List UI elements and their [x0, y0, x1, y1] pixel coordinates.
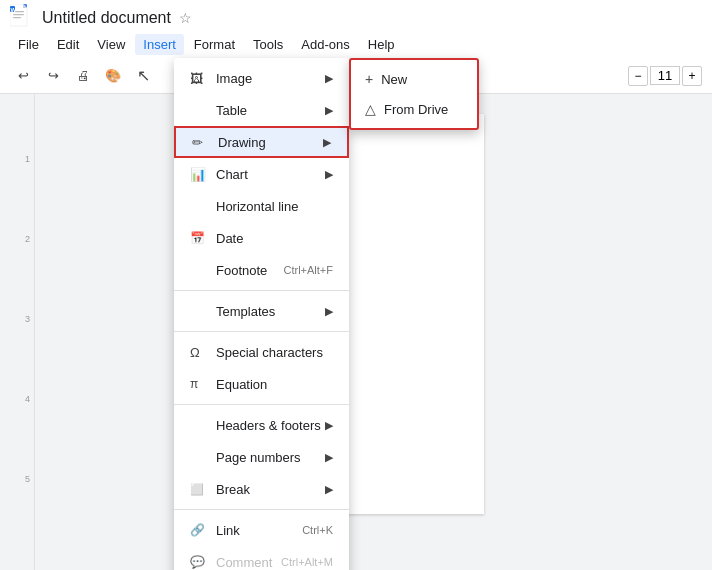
chart-icon: 📊	[190, 167, 208, 182]
ruler-5: 5	[25, 474, 30, 484]
page-numbers-label: Page numbers	[216, 450, 321, 465]
font-size-increase[interactable]: +	[682, 66, 702, 86]
doc-icon: W	[10, 4, 34, 32]
ruler-4: 4	[25, 394, 30, 404]
divider-4	[174, 509, 349, 510]
table-label: Table	[216, 103, 321, 118]
undo-button[interactable]: ↩	[10, 63, 36, 89]
drawing-new-entry[interactable]: + New	[351, 64, 477, 94]
comment-label: Comment	[216, 555, 281, 570]
new-drawing-label: New	[381, 72, 407, 87]
divider-2	[174, 331, 349, 332]
menu-entry-image[interactable]: 🖼 Image ▶	[174, 62, 349, 94]
menu-bar: File Edit View Insert Format Tools Add-o…	[0, 30, 712, 58]
footnote-shortcut: Ctrl+Alt+F	[283, 264, 333, 276]
menu-edit[interactable]: Edit	[49, 34, 87, 55]
left-ruler: 1 2 3 4 5	[0, 94, 35, 570]
menu-tools[interactable]: Tools	[245, 34, 291, 55]
break-arrow: ▶	[325, 483, 333, 496]
ruler-1: 1	[25, 154, 30, 164]
date-label: Date	[216, 231, 333, 246]
footnote-label: Footnote	[216, 263, 283, 278]
table-arrow: ▶	[325, 104, 333, 117]
cursor-button[interactable]: ↖	[130, 63, 156, 89]
horizontal-line-label: Horizontal line	[216, 199, 333, 214]
menu-entry-drawing[interactable]: ✏ Drawing ▶	[174, 126, 349, 158]
templates-arrow: ▶	[325, 305, 333, 318]
equation-icon: π	[190, 377, 208, 391]
redo-button[interactable]: ↪	[40, 63, 66, 89]
special-chars-label: Special characters	[216, 345, 333, 360]
drawing-icon: ✏	[192, 135, 210, 150]
document-title: Untitled document	[42, 9, 171, 27]
templates-label: Templates	[216, 304, 321, 319]
divider-1	[174, 290, 349, 291]
page-area: ☰	[35, 94, 712, 570]
menu-entry-break[interactable]: ⬜ Break ▶	[174, 473, 349, 505]
equation-label: Equation	[216, 377, 333, 392]
menu-entry-headers-footers[interactable]: Headers & footers ▶	[174, 409, 349, 441]
insert-menu: 🖼 Image ▶ Table ▶ ✏ Drawing ▶ 📊 Chart ▶ …	[174, 58, 349, 570]
svg-rect-4	[13, 17, 21, 18]
menu-entry-page-numbers[interactable]: Page numbers ▶	[174, 441, 349, 473]
svg-text:W: W	[11, 7, 17, 13]
headers-footers-label: Headers & footers	[216, 418, 321, 433]
drawing-submenu: + New △ From Drive	[349, 58, 479, 130]
menu-entry-equation[interactable]: π Equation	[174, 368, 349, 400]
link-shortcut: Ctrl+K	[302, 524, 333, 536]
menu-view[interactable]: View	[89, 34, 133, 55]
menu-entry-comment: 💬 Comment Ctrl+Alt+M	[174, 546, 349, 570]
drawing-arrow: ▶	[323, 136, 331, 149]
font-size-decrease[interactable]: −	[628, 66, 648, 86]
drawing-label: Drawing	[218, 135, 319, 150]
font-size-area: − 11 +	[626, 66, 702, 86]
ruler-3: 3	[25, 314, 30, 324]
menu-entry-link[interactable]: 🔗 Link Ctrl+K	[174, 514, 349, 546]
link-label: Link	[216, 523, 302, 538]
paint-format-button[interactable]: 🎨	[100, 63, 126, 89]
menu-insert[interactable]: Insert	[135, 34, 184, 55]
page-numbers-arrow: ▶	[325, 451, 333, 464]
font-size-value[interactable]: 11	[650, 66, 680, 85]
menu-addons[interactable]: Add-ons	[293, 34, 357, 55]
headers-footers-arrow: ▶	[325, 419, 333, 432]
divider-3	[174, 404, 349, 405]
menu-file[interactable]: File	[10, 34, 47, 55]
menu-entry-date[interactable]: 📅 Date	[174, 222, 349, 254]
menu-entry-special-chars[interactable]: Ω Special characters	[174, 336, 349, 368]
drawing-from-drive-entry[interactable]: △ From Drive	[351, 94, 477, 124]
menu-entry-templates[interactable]: Templates ▶	[174, 295, 349, 327]
special-chars-icon: Ω	[190, 345, 208, 360]
title-bar: W Untitled document ☆	[0, 0, 712, 30]
image-arrow: ▶	[325, 72, 333, 85]
date-icon: 📅	[190, 231, 208, 245]
chart-label: Chart	[216, 167, 321, 182]
image-label: Image	[216, 71, 321, 86]
print-button[interactable]: 🖨	[70, 63, 96, 89]
star-icon[interactable]: ☆	[179, 10, 192, 26]
menu-entry-chart[interactable]: 📊 Chart ▶	[174, 158, 349, 190]
image-icon: 🖼	[190, 71, 208, 86]
break-label: Break	[216, 482, 321, 497]
chart-arrow: ▶	[325, 168, 333, 181]
from-drive-label: From Drive	[384, 102, 448, 117]
menu-help[interactable]: Help	[360, 34, 403, 55]
comment-icon: 💬	[190, 555, 208, 569]
link-icon: 🔗	[190, 523, 208, 537]
new-drawing-icon: +	[365, 71, 373, 87]
from-drive-icon: △	[365, 101, 376, 117]
break-icon: ⬜	[190, 483, 208, 496]
ruler-2: 2	[25, 234, 30, 244]
menu-entry-table[interactable]: Table ▶	[174, 94, 349, 126]
svg-rect-3	[13, 14, 24, 15]
menu-entry-footnote[interactable]: Footnote Ctrl+Alt+F	[174, 254, 349, 286]
document-area: 1 2 3 4 5 ☰	[0, 94, 712, 570]
menu-entry-horizontal-line[interactable]: Horizontal line	[174, 190, 349, 222]
menu-format[interactable]: Format	[186, 34, 243, 55]
comment-shortcut: Ctrl+Alt+M	[281, 556, 333, 568]
